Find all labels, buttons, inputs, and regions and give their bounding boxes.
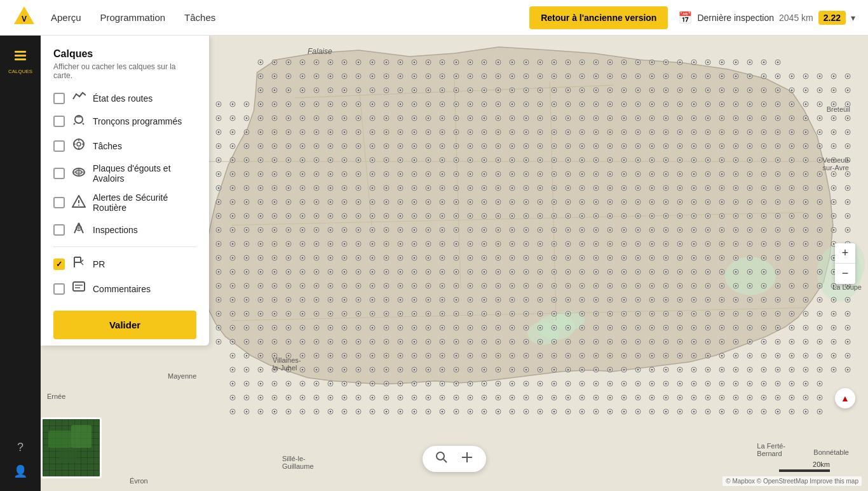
layer-item-taches: Tâches: [53, 137, 196, 154]
svg-line-51: [444, 459, 447, 462]
nav-programmation[interactable]: Programmation: [100, 12, 166, 23]
calques-panel-title: Calques: [53, 48, 196, 60]
satellite-thumbnail[interactable]: [41, 417, 102, 478]
layer-item-plaques: Plaques d'égouts et Avaloirs: [53, 163, 196, 184]
layer-checkbox-pr[interactable]: [53, 259, 65, 270]
logo: V: [13, 5, 36, 30]
layer-label-etat: État des routes: [93, 93, 153, 104]
layer-icon-commentaires: [71, 281, 86, 297]
map-search-button[interactable]: [435, 451, 448, 467]
layer-icon-troncons: [71, 114, 86, 128]
layer-checkbox-alertes[interactable]: [53, 197, 65, 208]
help-icon[interactable]: ?: [17, 441, 24, 454]
layer-item-commentaires: Commentaires: [53, 281, 196, 297]
svg-rect-33: [73, 282, 85, 291]
calques-panel-subtitle: Afficher ou cacher les calques sur la ca…: [53, 62, 196, 80]
sidebar-item-calques[interactable]: CALQUES: [0, 42, 41, 81]
layer-label-alertes: Alertes de Sécurité Routière: [93, 192, 196, 213]
layer-label-commentaires: Commentaires: [93, 284, 151, 294]
svg-point-21: [78, 205, 79, 206]
scale-bar: [779, 469, 830, 472]
layer-icon-pr: [71, 256, 86, 272]
layer-label-inspections: Inspections: [93, 225, 138, 235]
map-zoom-controls: + −: [835, 243, 855, 284]
svg-point-37: [725, 257, 776, 295]
nav-taches[interactable]: Tâches: [184, 12, 215, 23]
layer-checkbox-troncons[interactable]: [53, 116, 65, 127]
map-search-tools: [423, 446, 486, 472]
layer-checkbox-plaques[interactable]: [53, 168, 65, 179]
svg-point-50: [437, 452, 444, 460]
layer-icon-alertes: [71, 195, 86, 211]
valider-button[interactable]: Valider: [53, 311, 196, 339]
topbar-right: Retour à l'ancienne version 📅 Dernière i…: [529, 6, 855, 29]
layer-item-troncons: Tronçons programmés: [53, 114, 196, 128]
user-icon[interactable]: 👤: [13, 464, 27, 478]
layer-item-inspections: Inspections: [53, 222, 196, 238]
svg-text:V: V: [22, 15, 27, 24]
layer-label-pr: PR: [93, 259, 105, 269]
layer-icon-etat: [71, 91, 86, 105]
inspection-km: 2045 km: [779, 13, 813, 23]
compass-icon[interactable]: ▲: [835, 388, 855, 408]
layer-item-pr: PR: [53, 256, 196, 272]
layer-label-plaques: Plaques d'égouts et Avaloirs: [93, 163, 196, 184]
svg-rect-3: [15, 55, 26, 57]
svg-rect-4: [15, 58, 26, 60]
sidebar-calques-label: CALQUES: [8, 69, 32, 75]
topbar: V Aperçu Programmation Tâches Retour à l…: [0, 0, 868, 36]
inspection-info: 📅 Dernière inspection 2045 km 2.22 ▾: [678, 11, 855, 25]
retour-button[interactable]: Retour à l'ancienne version: [529, 6, 668, 29]
layer-checkbox-etat[interactable]: [53, 93, 65, 104]
panel-divider: [53, 246, 196, 247]
layer-icon-taches: [71, 137, 86, 154]
layer-icon-inspections: [71, 222, 86, 238]
zoom-in-button[interactable]: +: [835, 243, 855, 264]
inspection-label: Dernière inspection: [697, 13, 774, 23]
scale-label: 20km: [813, 461, 830, 468]
inspection-badge: 2.22: [818, 11, 846, 25]
layer-checkbox-inspections[interactable]: [53, 224, 65, 236]
layer-label-taches: Tâches: [93, 141, 122, 151]
nav: Aperçu Programmation Tâches: [51, 12, 215, 23]
layer-checkbox-taches[interactable]: [53, 140, 65, 152]
svg-rect-2: [15, 51, 26, 53]
svg-point-39: [527, 322, 559, 345]
svg-point-10: [77, 142, 81, 146]
layer-item-etat: État des routes: [53, 91, 196, 105]
calendar-icon: 📅: [678, 11, 692, 25]
map-scale: 20km: [779, 461, 830, 472]
svg-line-6: [74, 123, 75, 124]
layer-checkbox-commentaires[interactable]: [53, 283, 65, 295]
calques-panel: Calques Afficher ou cacher les calques s…: [41, 36, 209, 346]
svg-line-31: [81, 262, 83, 265]
map-attribution: © Mapbox © OpenStreetMap Improve this ma…: [722, 476, 862, 486]
svg-line-7: [83, 123, 84, 124]
layer-label-troncons: Tronçons programmés: [93, 116, 182, 126]
dropdown-arrow-icon[interactable]: ▾: [851, 13, 855, 23]
layers-icon: [13, 48, 28, 66]
sidebar: CALQUES ? 👤: [0, 36, 41, 491]
layer-icon-plaques: [71, 167, 86, 180]
layer-item-alertes: Alertes de Sécurité Routière: [53, 192, 196, 213]
nav-apercu[interactable]: Aperçu: [51, 12, 81, 23]
svg-point-40: [553, 311, 585, 330]
map-add-button[interactable]: [461, 451, 473, 467]
zoom-out-button[interactable]: −: [835, 264, 855, 284]
sidebar-bottom: ? 👤: [0, 441, 41, 491]
